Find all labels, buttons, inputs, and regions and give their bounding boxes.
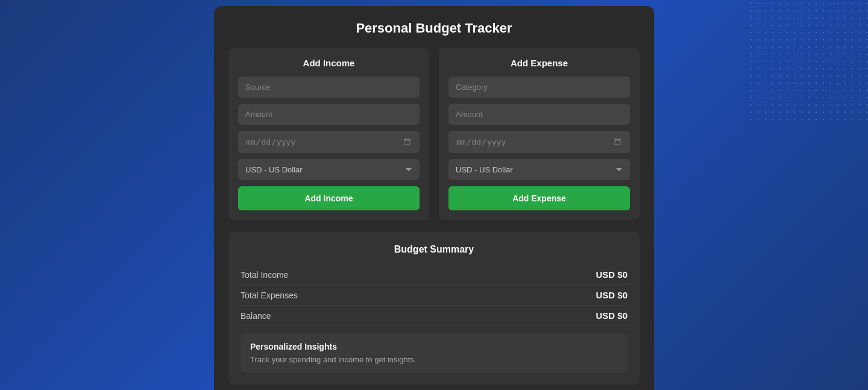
total-income-row: Total Income USD $0 — [241, 265, 627, 285]
budget-summary-title: Budget Summary — [241, 244, 627, 255]
income-source-input[interactable] — [238, 77, 420, 98]
background-dots — [747, 0, 868, 121]
expense-form-title: Add Expense — [448, 58, 630, 68]
expense-category-input[interactable] — [448, 77, 630, 98]
income-date-input[interactable] — [238, 131, 420, 153]
balance-label: Balance — [241, 311, 271, 321]
expense-currency-select[interactable]: USD - US Dollar EUR - Euro GBP - British… — [448, 159, 630, 180]
income-form-title: Add Income — [238, 58, 420, 68]
app-title: Personal Budget Tracker — [228, 20, 640, 36]
income-form-panel: Add Income USD - US Dollar EUR - Euro GB… — [228, 48, 429, 220]
income-amount-input[interactable] — [238, 104, 420, 125]
forms-row: Add Income USD - US Dollar EUR - Euro GB… — [228, 48, 640, 220]
income-currency-select[interactable]: USD - US Dollar EUR - Euro GBP - British… — [238, 159, 420, 180]
expense-date-input[interactable] — [448, 131, 630, 153]
balance-row: Balance USD $0 — [241, 306, 627, 326]
insights-text: Track your spending and income to get in… — [250, 355, 618, 364]
expense-amount-input[interactable] — [448, 104, 630, 125]
budget-summary-panel: Budget Summary Total Income USD $0 Total… — [228, 232, 640, 385]
insights-title: Personalized Insights — [250, 342, 618, 351]
total-expenses-value: USD $0 — [596, 290, 627, 300]
total-income-label: Total Income — [241, 270, 288, 280]
main-container: Personal Budget Tracker Add Income USD -… — [214, 6, 654, 390]
total-income-value: USD $0 — [596, 269, 627, 280]
expense-form-panel: Add Expense USD - US Dollar EUR - Euro G… — [439, 48, 640, 220]
insights-panel: Personalized Insights Track your spendin… — [241, 333, 627, 373]
total-expenses-row: Total Expenses USD $0 — [241, 285, 627, 306]
add-income-button[interactable]: Add Income — [238, 186, 420, 210]
balance-value: USD $0 — [596, 310, 627, 321]
add-expense-button[interactable]: Add Expense — [448, 186, 630, 210]
total-expenses-label: Total Expenses — [241, 291, 298, 300]
